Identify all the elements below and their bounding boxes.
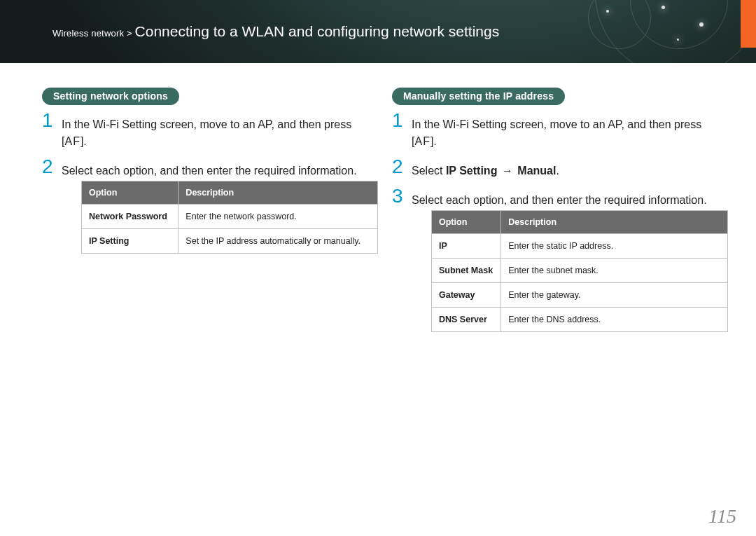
decoration-dot [677,39,679,41]
table-row: GatewayEnter the gateway. [432,283,728,308]
decoration-dot [606,10,609,13]
step-text: Select each option, and then enter the r… [62,165,357,177]
cell-option: IP [432,234,501,259]
col-header-option: Option [82,181,178,205]
section-heading: Setting network options [42,88,179,105]
decoration-dot [662,6,665,9]
page-header: Wireless network > Connecting to a WLAN … [0,0,756,63]
steps-list: In the Wi-Fi Setting screen, move to an … [392,116,728,332]
cell-option: Network Password [82,205,178,229]
page: Wireless network > Connecting to a WLAN … [0,0,756,536]
step-text: . [556,165,559,177]
cell-option: Subnet Mask [432,259,501,283]
table-row: Subnet MaskEnter the subnet mask. [432,259,728,283]
step-text: In the Wi-Fi Setting screen, move to an … [62,118,351,147]
step-text: In the Wi-Fi Setting screen, move to an … [412,118,701,147]
section-setting-network-options: Setting network options In the Wi-Fi Set… [42,88,378,345]
section-manually-setting-ip: Manually setting the IP address In the W… [392,88,728,345]
cell-description: Enter the gateway. [501,283,728,308]
table-header-row: Option Description [432,211,728,234]
options-table: Option Description IPEnter the static IP… [431,210,728,332]
cell-description: Enter the DNS address. [501,308,728,332]
cell-description: Set the IP address automatically or manu… [178,229,378,254]
table-row: IP Setting Set the IP address automatica… [82,229,378,254]
decoration-dot [699,22,704,27]
table-row: IPEnter the static IP address. [432,234,728,259]
table-row: Network Password Enter the network passw… [82,205,378,229]
step-item: Select each option, and then enter the r… [42,163,378,254]
cell-description: Enter the subnet mask. [501,259,728,283]
step-text-bold: Manual [517,165,556,177]
step-item: In the Wi-Fi Setting screen, move to an … [392,116,728,150]
step-text: ]. [430,135,437,147]
step-text: ]. [80,135,87,147]
options-table: Option Description Network Password Ente… [81,181,378,254]
step-text: Select each option, and then enter the r… [412,194,707,206]
table-header-row: Option Description [82,181,378,205]
section-heading: Manually setting the IP address [392,88,565,105]
step-text-bold: IP Setting [446,165,498,177]
breadcrumb: Wireless network > [52,28,135,39]
step-item: Select IP Setting → Manual. [392,163,728,179]
col-header-description: Description [178,181,378,205]
section-tab [741,0,756,48]
step-text: Select [412,165,446,177]
cell-option: DNS Server [432,308,501,332]
page-number: 115 [708,505,736,528]
step-item: Select each option, and then enter the r… [392,192,728,332]
cell-option: Gateway [432,283,501,308]
cell-description: Enter the network password. [178,205,378,229]
cell-description: Enter the static IP address. [501,234,728,259]
page-title: Connecting to a WLAN and configuring net… [135,23,500,39]
af-button-label: AF [64,135,80,147]
table-row: DNS ServerEnter the DNS address. [432,308,728,332]
steps-list: In the Wi-Fi Setting screen, move to an … [42,116,378,254]
af-button-label: AF [414,135,430,147]
cell-option: IP Setting [82,229,178,254]
arrow-icon: → [497,165,517,177]
col-header-option: Option [432,211,501,234]
col-header-description: Description [501,211,728,234]
step-item: In the Wi-Fi Setting screen, move to an … [42,116,378,150]
content: Setting network options In the Wi-Fi Set… [0,63,756,345]
